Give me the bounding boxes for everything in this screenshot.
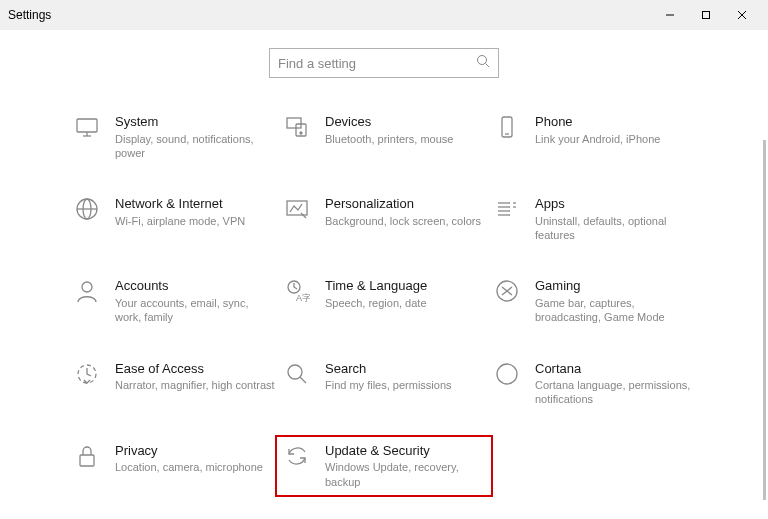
category-accounts[interactable]: AccountsYour accounts, email, sync, work… (69, 274, 279, 328)
category-desc: Bluetooth, printers, mouse (325, 132, 453, 146)
search-box[interactable] (269, 48, 499, 78)
category-title: Phone (535, 114, 660, 130)
category-desc: Cortana language, permissions, notificat… (535, 378, 695, 407)
svg-rect-17 (287, 201, 307, 215)
svg-point-31 (497, 364, 517, 384)
category-system[interactable]: SystemDisplay, sound, notifications, pow… (69, 110, 279, 164)
close-button[interactable] (724, 0, 760, 30)
category-desc: Narrator, magnifier, high contrast (115, 378, 275, 392)
minimize-button[interactable] (652, 0, 688, 30)
category-desc: Speech, region, date (325, 296, 427, 310)
content-area: SystemDisplay, sound, notifications, pow… (0, 30, 768, 519)
category-title: Apps (535, 196, 695, 212)
category-desc: Location, camera, microphone (115, 460, 263, 474)
category-title: System (115, 114, 275, 130)
category-text: PersonalizationBackground, lock screen, … (325, 196, 481, 242)
category-network[interactable]: Network & InternetWi-Fi, airplane mode, … (69, 192, 279, 246)
scrollbar[interactable] (763, 140, 766, 500)
search-icon (476, 54, 490, 72)
accounts-icon (73, 278, 101, 306)
category-title: Gaming (535, 278, 695, 294)
svg-line-5 (486, 64, 490, 68)
ease-of-access-icon (73, 361, 101, 389)
category-desc: Wi-Fi, airplane mode, VPN (115, 214, 245, 228)
category-text: PrivacyLocation, camera, microphone (115, 443, 263, 489)
search-icon (283, 361, 311, 389)
svg-rect-9 (287, 118, 301, 128)
category-text: Ease of AccessNarrator, magnifier, high … (115, 361, 275, 407)
category-title: Ease of Access (115, 361, 275, 377)
category-apps[interactable]: AppsUninstall, defaults, optional featur… (489, 192, 699, 246)
category-text: Time & LanguageSpeech, region, date (325, 278, 427, 324)
settings-grid: SystemDisplay, sound, notifications, pow… (0, 110, 768, 493)
personalization-icon (283, 196, 311, 224)
category-title: Time & Language (325, 278, 427, 294)
window-title: Settings (8, 8, 51, 22)
svg-rect-6 (77, 119, 97, 132)
category-desc: Link your Android, iPhone (535, 132, 660, 146)
category-update-security[interactable]: Update & SecurityWindows Update, recover… (279, 439, 489, 493)
category-search[interactable]: SearchFind my files, permissions (279, 357, 489, 411)
category-gaming[interactable]: GamingGame bar, captures, broadcasting, … (489, 274, 699, 328)
update-security-icon (283, 443, 311, 471)
category-personalization[interactable]: PersonalizationBackground, lock screen, … (279, 192, 489, 246)
time-language-icon: A字 (283, 278, 311, 306)
category-title: Devices (325, 114, 453, 130)
category-time-language[interactable]: A字Time & LanguageSpeech, region, date (279, 274, 489, 328)
gaming-icon (493, 278, 521, 306)
svg-point-11 (300, 132, 302, 134)
category-text: GamingGame bar, captures, broadcasting, … (535, 278, 695, 324)
category-text: SearchFind my files, permissions (325, 361, 452, 407)
cortana-icon (493, 361, 521, 389)
category-desc: Display, sound, notifications, power (115, 132, 275, 161)
category-cortana[interactable]: CortanaCortana language, permissions, no… (489, 357, 699, 411)
category-desc: Your accounts, email, sync, work, family (115, 296, 275, 325)
category-title: Personalization (325, 196, 481, 212)
network-icon (73, 196, 101, 224)
category-ease-of-access[interactable]: Ease of AccessNarrator, magnifier, high … (69, 357, 279, 411)
category-title: Update & Security (325, 443, 485, 459)
category-text: AccountsYour accounts, email, sync, work… (115, 278, 275, 324)
category-title: Search (325, 361, 452, 377)
privacy-icon (73, 443, 101, 471)
devices-icon (283, 114, 311, 142)
category-title: Accounts (115, 278, 275, 294)
maximize-button[interactable] (688, 0, 724, 30)
svg-line-30 (300, 377, 306, 383)
system-icon (73, 114, 101, 142)
category-devices[interactable]: DevicesBluetooth, printers, mouse (279, 110, 489, 164)
title-bar: Settings (0, 0, 768, 30)
svg-text:A字: A字 (296, 293, 310, 303)
category-text: PhoneLink your Android, iPhone (535, 114, 660, 160)
category-text: Network & InternetWi-Fi, airplane mode, … (115, 196, 245, 242)
window-controls (652, 0, 760, 30)
category-title: Privacy (115, 443, 263, 459)
svg-rect-1 (703, 12, 710, 19)
category-desc: Uninstall, defaults, optional features (535, 214, 695, 243)
category-text: SystemDisplay, sound, notifications, pow… (115, 114, 275, 160)
svg-point-24 (82, 282, 92, 292)
svg-rect-32 (80, 455, 94, 466)
search-input[interactable] (278, 56, 476, 71)
category-text: DevicesBluetooth, printers, mouse (325, 114, 453, 160)
category-desc: Game bar, captures, broadcasting, Game M… (535, 296, 695, 325)
svg-point-4 (478, 56, 487, 65)
category-text: Update & SecurityWindows Update, recover… (325, 443, 485, 489)
category-title: Network & Internet (115, 196, 245, 212)
category-privacy[interactable]: PrivacyLocation, camera, microphone (69, 439, 279, 493)
svg-point-29 (288, 365, 302, 379)
category-text: CortanaCortana language, permissions, no… (535, 361, 695, 407)
category-title: Cortana (535, 361, 695, 377)
category-desc: Windows Update, recovery, backup (325, 460, 485, 489)
apps-icon (493, 196, 521, 224)
category-desc: Find my files, permissions (325, 378, 452, 392)
category-phone[interactable]: PhoneLink your Android, iPhone (489, 110, 699, 164)
phone-icon (493, 114, 521, 142)
category-desc: Background, lock screen, colors (325, 214, 481, 228)
category-text: AppsUninstall, defaults, optional featur… (535, 196, 695, 242)
